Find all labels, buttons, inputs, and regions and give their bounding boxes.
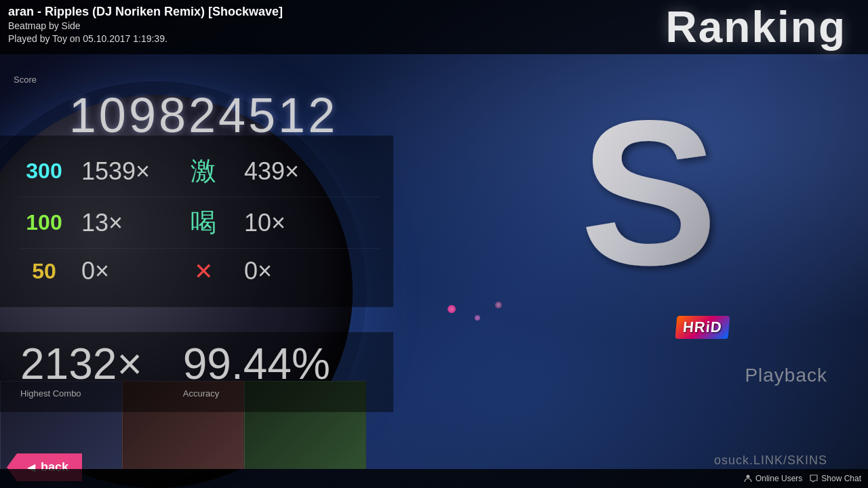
rank-s-display: S xyxy=(570,58,760,302)
svg-point-37 xyxy=(746,475,749,479)
hit-100-kanji-count: 10× xyxy=(231,209,285,237)
accuracy-stat: 99.44% Accuracy xyxy=(183,342,330,399)
hit-50-kanji-count: 0× xyxy=(231,257,272,285)
hit-300-kanji-count: 439× xyxy=(231,157,299,186)
accuracy-value: 99.44% xyxy=(183,342,330,386)
header-bar: aran - Ripples (DJ Noriken Remix) [Shock… xyxy=(0,0,868,54)
bottom-stats-panel: 2132× Highest Combo 99.44% Accuracy xyxy=(0,332,393,412)
show-chat-icon xyxy=(809,474,818,483)
hit-100-label: 100 xyxy=(20,210,68,235)
stats-panel: 300 1539× 激 439× 100 13× 喝 10× 50 0× ✕ 0… xyxy=(0,136,393,307)
hit-50-kanji: ✕ xyxy=(176,258,231,285)
score-label: Score xyxy=(14,75,393,85)
hit-100-kanji: 喝 xyxy=(176,205,231,240)
beatmap-by: Beatmap by Side xyxy=(8,20,666,33)
accuracy-label: Accuracy xyxy=(183,388,330,399)
ranking-label: Ranking xyxy=(666,2,860,52)
combo-value: 2132× xyxy=(20,342,142,386)
score-value: 109824512 xyxy=(14,87,393,143)
bottom-bar: Online Users Show Chat xyxy=(0,469,868,488)
svg-text:S: S xyxy=(580,77,717,302)
hit-100-row: 100 13× 喝 10× xyxy=(20,197,380,249)
hit-100-count: 13× xyxy=(68,209,176,237)
played-by: Played by Toy on 05.10.2017 1:19:39. xyxy=(8,33,666,44)
show-chat-item[interactable]: Show Chat xyxy=(809,474,861,483)
header-left: aran - Ripples (DJ Noriken Remix) [Shock… xyxy=(8,4,666,44)
show-chat-label: Show Chat xyxy=(821,474,861,483)
hit-50-row: 50 0× ✕ 0× xyxy=(20,249,380,293)
combo-label: Highest Combo xyxy=(20,388,142,399)
online-users-icon xyxy=(743,474,753,483)
hit-300-label: 300 xyxy=(20,159,68,184)
online-users-item[interactable]: Online Users xyxy=(743,474,802,483)
hit-300-row: 300 1539× 激 439× xyxy=(20,146,380,197)
song-title: aran - Ripples (DJ Noriken Remix) [Shock… xyxy=(8,4,666,20)
hit-300-count: 1539× xyxy=(68,157,176,186)
combo-stat: 2132× Highest Combo xyxy=(20,342,142,399)
osuck-link: osuck.LINK/SKINS xyxy=(714,453,827,468)
online-users-label: Online Users xyxy=(755,474,802,483)
hrid-badge: HRiD xyxy=(675,316,730,339)
hit-50-count: 0× xyxy=(68,257,176,285)
hit-300-kanji: 激 xyxy=(176,154,231,188)
playback-button[interactable]: Playback xyxy=(745,365,827,386)
hit-50-label: 50 xyxy=(20,259,68,284)
